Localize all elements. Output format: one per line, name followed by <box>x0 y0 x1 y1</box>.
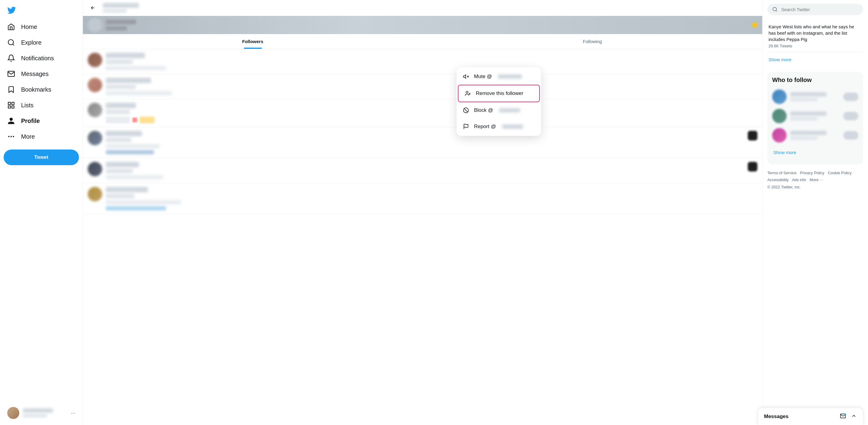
follower-bio-blurred <box>106 144 160 148</box>
sidebar-nav: Home Explore Notifications <box>4 19 79 145</box>
footer-ads[interactable]: Ads info <box>792 178 806 182</box>
search-input[interactable] <box>781 7 858 12</box>
report-menu-item[interactable]: Report @ <box>457 118 541 135</box>
avatar <box>88 78 102 92</box>
follower-handle-blurred <box>106 84 136 89</box>
profile-blurred-header <box>83 16 762 34</box>
search-icon <box>772 7 778 12</box>
sidebar-item-label: Notifications <box>21 55 54 62</box>
tweet-count: 29.8K Tweets <box>769 44 862 48</box>
suggestion-avatar <box>772 109 786 123</box>
table-row <box>83 74 762 99</box>
footer-cookie[interactable]: Cookie Policy <box>828 171 852 175</box>
tweet-button[interactable]: Tweet <box>4 150 79 165</box>
list-item <box>772 107 858 126</box>
follower-handle-blurred <box>106 193 134 198</box>
compose-message-icon[interactable] <box>840 413 846 420</box>
follower-handle-blurred <box>106 169 133 173</box>
footer-links: Terms of Service Privacy Policy Cookie P… <box>767 170 863 190</box>
footer-accessibility[interactable]: Accessibility <box>767 178 789 182</box>
list-item <box>772 87 858 107</box>
notifications-icon <box>7 54 15 62</box>
right-sidebar: Kanye West lists who and what he says he… <box>763 0 868 425</box>
twitter-logo[interactable] <box>4 2 19 18</box>
profile-avatar-blurred <box>88 18 102 32</box>
footer-more[interactable]: More ··· <box>809 178 823 182</box>
block-label: Block @ <box>474 107 493 113</box>
block-menu-item[interactable]: Block @ <box>457 102 541 118</box>
list-item <box>772 126 858 145</box>
table-row: Mute @ Remove this follower <box>83 49 762 74</box>
header-user-info <box>103 3 757 13</box>
back-button[interactable] <box>88 3 98 13</box>
suggestion-info <box>790 131 840 140</box>
follower-bio-blurred <box>106 66 166 70</box>
footer-terms[interactable]: Terms of Service <box>767 171 797 175</box>
mute-username-blurred <box>498 74 522 79</box>
main-header <box>83 0 762 16</box>
footer-copyright: © 2022 Twitter, Inc. <box>767 184 863 190</box>
sidebar-item-messages[interactable]: Messages <box>4 66 79 81</box>
sidebar-item-profile[interactable]: Profile <box>4 113 79 128</box>
followers-list: Mute @ Remove this follower <box>83 49 762 214</box>
table-row <box>83 158 762 183</box>
follower-handle-blurred <box>106 59 133 64</box>
suggestion-avatar <box>772 90 786 104</box>
suggestion-info <box>790 92 840 101</box>
table-row <box>83 183 762 214</box>
sidebar-item-bookmarks[interactable]: Bookmarks <box>4 82 79 97</box>
svg-rect-4 <box>12 106 14 108</box>
profile-name-blurred <box>106 20 136 24</box>
tag-blurred <box>140 117 155 123</box>
mute-icon <box>463 73 469 80</box>
messages-icon <box>7 70 15 78</box>
left-sidebar: Home Explore Notifications <box>0 0 83 425</box>
remove-follower-menu-item[interactable]: Remove this follower <box>458 85 540 102</box>
dark-badge-blurred <box>748 131 757 141</box>
follower-extra-blurred <box>106 206 166 210</box>
follower-bio-blurred <box>106 175 163 179</box>
who-to-follow-section: Who to follow <box>767 72 863 164</box>
sidebar-item-home[interactable]: Home <box>4 19 79 34</box>
sidebar-item-more[interactable]: More <box>4 129 79 144</box>
follower-name-blurred <box>106 162 139 167</box>
svg-rect-3 <box>8 106 10 108</box>
sidebar-item-label: Lists <box>21 102 33 109</box>
follower-content <box>106 53 757 70</box>
explore-icon <box>7 38 15 47</box>
follower-content <box>106 103 757 123</box>
mute-menu-item[interactable]: Mute @ <box>457 68 541 85</box>
follower-tags <box>106 117 757 123</box>
profile-header-badge <box>752 22 757 28</box>
block-username-blurred <box>499 108 520 113</box>
block-icon <box>463 107 469 114</box>
sidebar-item-label: More <box>21 133 35 140</box>
footer-privacy[interactable]: Privacy Policy <box>800 171 824 175</box>
sidebar-item-lists[interactable]: Lists <box>4 98 79 113</box>
sidebar-user-profile[interactable]: ··· <box>4 403 79 423</box>
follow-btn-blurred <box>843 112 858 120</box>
more-icon <box>7 133 15 141</box>
sidebar-item-notifications[interactable]: Notifications <box>4 51 79 66</box>
tab-following[interactable]: Following <box>423 34 762 49</box>
tab-followers[interactable]: Followers <box>83 34 423 49</box>
report-username-blurred <box>502 124 523 129</box>
home-icon <box>7 23 15 31</box>
messages-icons <box>840 413 857 420</box>
collapse-messages-icon[interactable] <box>851 413 857 420</box>
follower-name-blurred <box>106 103 136 108</box>
avatar <box>88 187 102 201</box>
suggestion-name-blurred <box>790 112 827 116</box>
follower-name-blurred <box>106 78 151 83</box>
search-box[interactable] <box>767 4 863 15</box>
sidebar-item-explore[interactable]: Explore <box>4 35 79 50</box>
svg-point-16 <box>773 7 776 11</box>
header-username-blurred <box>103 3 139 8</box>
show-more-button-1[interactable]: Show more <box>767 52 863 67</box>
report-label: Report @ <box>474 124 496 130</box>
suggestion-name-blurred <box>790 92 827 96</box>
follower-content <box>106 187 757 210</box>
avatar <box>88 53 102 67</box>
show-more-button-2[interactable]: Show more <box>772 145 858 160</box>
trending-item: Kanye West lists who and what he says he… <box>767 20 863 52</box>
